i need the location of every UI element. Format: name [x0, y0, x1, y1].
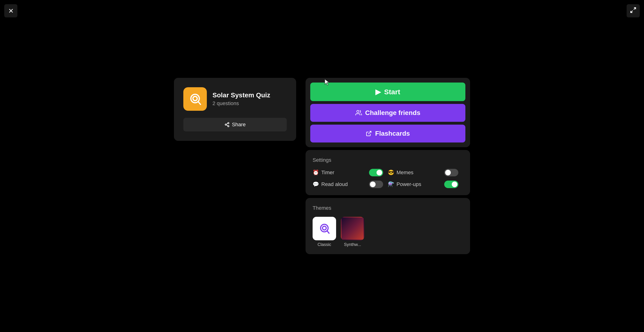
- share-button[interactable]: Share: [183, 118, 287, 131]
- flashcards-label: Flashcards: [375, 130, 410, 137]
- theme-synthwave-label: Synthw...: [344, 242, 361, 247]
- setting-row-read-aloud: 💬 Read aloud: [312, 181, 388, 188]
- timer-label: ⏰ Timer: [312, 170, 334, 176]
- quiz-title: Solar System Quiz: [212, 92, 270, 99]
- themes-grid: Classic Synthw...: [312, 217, 463, 247]
- themes-panel: Themes Classic: [306, 198, 470, 254]
- challenge-label: Challenge friends: [365, 109, 420, 117]
- timer-toggle[interactable]: [369, 169, 383, 176]
- settings-grid: ⏰ Timer 😎 Memes: [312, 169, 463, 188]
- settings-title: Settings: [312, 157, 463, 163]
- quiz-icon: [183, 87, 207, 111]
- theme-classic[interactable]: Classic: [312, 217, 336, 247]
- read-aloud-label: 💬 Read aloud: [312, 181, 348, 187]
- svg-line-14: [327, 231, 329, 233]
- challenge-friends-button[interactable]: Challenge friends: [310, 104, 465, 122]
- start-button[interactable]: ▶ Start: [310, 83, 465, 101]
- share-label: Share: [232, 122, 246, 128]
- memes-icon: 😎: [388, 170, 394, 176]
- share-icon: [224, 122, 230, 127]
- flashcards-button[interactable]: Flashcards: [310, 125, 465, 143]
- start-label: Start: [384, 88, 400, 96]
- svg-point-13: [322, 226, 326, 230]
- powerups-icon: ⚗️: [388, 181, 394, 187]
- theme-classic-label: Classic: [318, 242, 331, 247]
- read-aloud-toggle[interactable]: [369, 181, 383, 188]
- svg-point-3: [193, 96, 197, 101]
- challenge-icon: [356, 110, 362, 116]
- action-buttons-panel: ▶ Start Challenge friends: [306, 78, 470, 147]
- quiz-card: Solar System Quiz 2 questions Share: [174, 78, 296, 141]
- theme-synthwave[interactable]: Synthw...: [341, 217, 364, 247]
- flashcards-icon: [366, 131, 372, 137]
- setting-row-powerups: ⚗️ Power-ups: [388, 181, 463, 188]
- quiz-info: Solar System Quiz 2 questions: [183, 87, 287, 111]
- close-button[interactable]: ✕: [4, 4, 18, 18]
- svg-line-9: [226, 123, 228, 124]
- memes-label: 😎 Memes: [388, 170, 414, 176]
- close-icon: ✕: [8, 7, 14, 15]
- play-icon: ▶: [375, 88, 381, 96]
- svg-line-4: [198, 102, 200, 104]
- svg-line-11: [368, 131, 371, 134]
- theme-synthwave-icon: [341, 217, 364, 240]
- powerups-label: ⚗️ Power-ups: [388, 181, 421, 187]
- right-panel: ▶ Start Challenge friends: [306, 78, 470, 254]
- fullscreen-icon: [630, 7, 636, 15]
- setting-row-memes: 😎 Memes: [388, 169, 463, 176]
- timer-text: Timer: [321, 170, 334, 176]
- read-aloud-icon: 💬: [312, 181, 319, 187]
- powerups-text: Power-ups: [396, 181, 421, 187]
- timer-icon: ⏰: [312, 170, 319, 176]
- theme-classic-icon: [312, 217, 336, 240]
- memes-text: Memes: [396, 170, 414, 176]
- svg-point-6: [225, 124, 226, 125]
- memes-toggle[interactable]: [444, 169, 458, 176]
- svg-point-7: [228, 126, 229, 127]
- powerups-toggle[interactable]: [444, 181, 458, 188]
- main-container: Solar System Quiz 2 questions Share ▶ St…: [174, 78, 470, 254]
- svg-point-5: [228, 123, 229, 124]
- quiz-text: Solar System Quiz 2 questions: [212, 92, 270, 107]
- read-aloud-text: Read aloud: [321, 181, 348, 187]
- svg-point-10: [356, 111, 359, 113]
- fullscreen-button[interactable]: [626, 4, 640, 18]
- svg-line-8: [226, 125, 228, 126]
- themes-title: Themes: [312, 205, 463, 211]
- quiz-subtitle: 2 questions: [212, 100, 270, 107]
- settings-panel: Settings ⏰ Timer: [306, 150, 470, 195]
- setting-row-timer: ⏰ Timer: [312, 169, 388, 176]
